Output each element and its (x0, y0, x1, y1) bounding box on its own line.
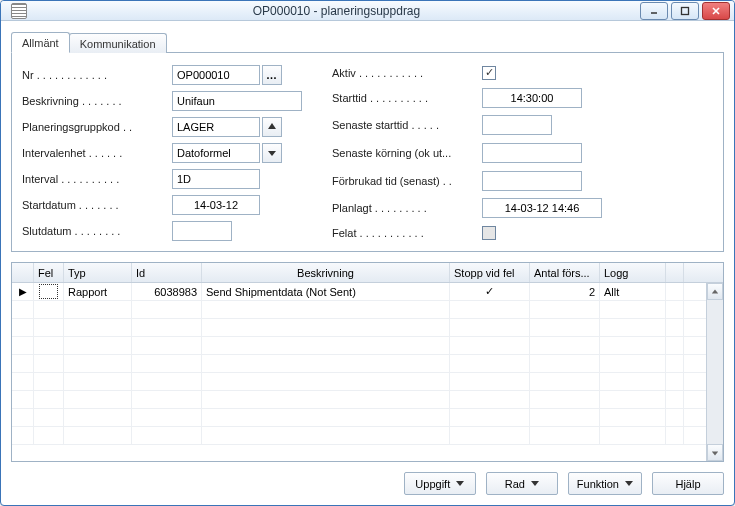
cell-fel[interactable] (34, 283, 64, 300)
plankod-input[interactable] (172, 117, 260, 137)
col-rowmark[interactable] (12, 263, 34, 282)
col-antal[interactable]: Antal förs... (530, 263, 600, 282)
button-bar: Uppgift Rad Funktion Hjälp (11, 472, 724, 495)
aktiv-checkbox[interactable] (482, 66, 496, 80)
col-spacer (666, 263, 684, 282)
startdatum-input[interactable] (172, 195, 260, 215)
tab-kommunikation[interactable]: Kommunikation (69, 33, 167, 53)
ellipsis-icon: … (266, 69, 278, 81)
planlagt-input[interactable] (482, 198, 602, 218)
col-logg[interactable]: Logg (600, 263, 666, 282)
label-beskrivning: Beskrivning . . . . . . . (22, 95, 172, 107)
tab-allmant[interactable]: Allmänt (11, 32, 70, 53)
empty-rows (12, 301, 723, 445)
nr-input[interactable] (172, 65, 260, 85)
rad-button[interactable]: Rad (486, 472, 558, 495)
window-controls (640, 2, 730, 20)
senkor-input[interactable] (482, 143, 582, 163)
label-intervalenhet: Intervalenhet . . . . . . (22, 147, 172, 159)
arrow-up-icon (267, 122, 277, 132)
window-title: OP000010 - planeringsuppdrag (33, 4, 640, 18)
tab-strip: Allmänt Kommunikation (11, 29, 724, 53)
label-planlagt: Planlagt . . . . . . . . . (332, 202, 482, 214)
col-id[interactable]: Id (132, 263, 202, 282)
felat-checkbox[interactable] (482, 226, 496, 240)
label-interval: Interval . . . . . . . . . . (22, 173, 172, 185)
chevron-down-icon (267, 148, 277, 158)
intervalenhet-input[interactable] (172, 143, 260, 163)
label-starttid: Starttid . . . . . . . . . . (332, 92, 482, 104)
label-startdatum: Startdatum . . . . . . . (22, 199, 172, 211)
hjalp-button[interactable]: Hjälp (652, 472, 724, 495)
chevron-down-icon (711, 449, 719, 457)
uppgift-button[interactable]: Uppgift (404, 472, 476, 495)
close-button[interactable] (702, 2, 730, 20)
beskrivning-input[interactable] (172, 91, 302, 111)
check-icon: ✓ (485, 285, 494, 298)
form-grid: Nr . . . . . . . . . . . . … Beskrivning… (22, 65, 713, 241)
cell-typ[interactable]: Rapport (64, 283, 132, 300)
titlebar: OP000010 - planeringsuppdrag (1, 1, 734, 21)
label-senkor: Senaste körning (ok ut... (332, 147, 482, 159)
app-icon (11, 3, 27, 19)
grid-header: Fel Typ Id Beskrivning Stopp vid fel Ant… (12, 263, 723, 283)
window: OP000010 - planeringsuppdrag Allmänt Kom… (0, 0, 735, 506)
label-senstart: Senaste starttid . . . . . (332, 119, 482, 131)
nr-lookup-button[interactable]: … (262, 65, 282, 85)
interval-input[interactable] (172, 169, 260, 189)
chevron-down-icon (456, 481, 464, 486)
cell-beskrivning[interactable]: Send Shipmentdata (Not Sent) (202, 283, 450, 300)
senstart-input[interactable] (482, 115, 552, 135)
funktion-button[interactable]: Funktion (568, 472, 642, 495)
forbrukad-input[interactable] (482, 171, 582, 191)
content-area: Allmänt Kommunikation Nr . . . . . . . .… (1, 21, 734, 505)
slutdatum-input[interactable] (172, 221, 232, 241)
starttid-input[interactable] (482, 88, 582, 108)
cell-stopp[interactable]: ✓ (450, 283, 530, 300)
tab-panel-allmant: Nr . . . . . . . . . . . . … Beskrivning… (11, 52, 724, 252)
svg-rect-1 (682, 7, 689, 14)
col-fel[interactable]: Fel (34, 263, 64, 282)
form-left-column: Nr . . . . . . . . . . . . … Beskrivning… (22, 65, 302, 241)
plankod-lookup-button[interactable] (262, 117, 282, 137)
row-indicator: ▶ (12, 283, 34, 300)
grid-body[interactable]: ▶ Rapport 6038983 Send Shipmentdata (Not… (12, 283, 723, 461)
chevron-down-icon (531, 481, 539, 486)
minimize-button[interactable] (640, 2, 668, 20)
label-plankod: Planeringsgruppkod . . (22, 121, 172, 133)
cell-id[interactable]: 6038983 (132, 283, 202, 300)
form-right-column: Aktiv . . . . . . . . . . . Starttid . .… (332, 65, 612, 241)
chevron-up-icon (711, 288, 719, 296)
cell-spacer (666, 283, 684, 300)
intervalenhet-dropdown-button[interactable] (262, 143, 282, 163)
col-typ[interactable]: Typ (64, 263, 132, 282)
grid-row[interactable]: ▶ Rapport 6038983 Send Shipmentdata (Not… (12, 283, 723, 301)
col-beskrivning[interactable]: Beskrivning (202, 263, 450, 282)
label-forbrukad: Förbrukad tid (senast) . . (332, 175, 482, 187)
label-slutdatum: Slutdatum . . . . . . . . (22, 225, 172, 237)
cell-antal[interactable]: 2 (530, 283, 600, 300)
maximize-button[interactable] (671, 2, 699, 20)
label-nr: Nr . . . . . . . . . . . . (22, 69, 172, 81)
scroll-up-button[interactable] (707, 283, 723, 300)
label-aktiv: Aktiv . . . . . . . . . . . (332, 67, 482, 79)
chevron-down-icon (625, 481, 633, 486)
label-felat: Felat . . . . . . . . . . . (332, 227, 482, 239)
cell-logg[interactable]: Allt (600, 283, 666, 300)
details-grid: Fel Typ Id Beskrivning Stopp vid fel Ant… (11, 262, 724, 462)
col-stopp[interactable]: Stopp vid fel (450, 263, 530, 282)
grid-scrollbar[interactable] (706, 283, 723, 461)
scroll-down-button[interactable] (707, 444, 723, 461)
